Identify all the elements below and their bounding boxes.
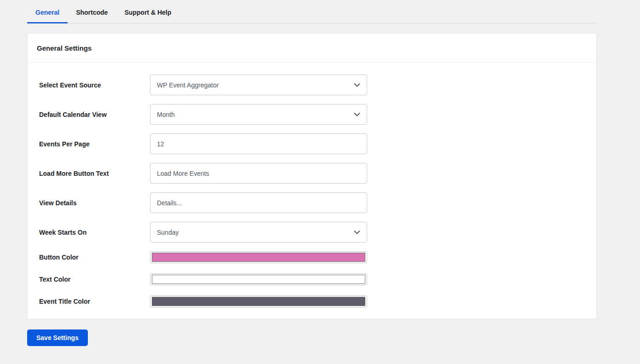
week-starts-on-label: Week Starts On: [39, 229, 150, 236]
field-row-text-color: Text Color: [39, 273, 585, 285]
card-title: General Settings: [28, 34, 596, 63]
tab-bar: General Shortcode Support & Help: [27, 0, 597, 23]
events-per-page-input[interactable]: [150, 133, 367, 154]
chevron-down-icon: [354, 112, 360, 116]
chevron-down-icon: [354, 83, 360, 87]
events-per-page-label: Events Per Page: [39, 140, 150, 148]
calendar-view-select[interactable]: Month: [150, 104, 367, 125]
field-row-calendar-view: Default Calendar View Month: [39, 104, 585, 125]
field-row-week-starts-on: Week Starts On Sunday: [39, 222, 585, 243]
chevron-down-icon: [354, 230, 360, 234]
save-settings-button[interactable]: Save Settings: [27, 329, 88, 346]
event-title-color-label: Event Title Color: [39, 298, 150, 305]
tab-shortcode[interactable]: Shortcode: [68, 5, 116, 23]
event-source-select[interactable]: WP Event Aggregator: [150, 75, 367, 95]
view-details-input[interactable]: [150, 192, 367, 213]
text-color-picker[interactable]: [150, 273, 367, 285]
button-color-picker[interactable]: [150, 251, 367, 263]
general-settings-card: General Settings Select Event Source WP …: [27, 33, 597, 319]
view-details-label: View Details: [39, 199, 150, 207]
calendar-view-label: Default Calendar View: [39, 111, 150, 118]
settings-form: Select Event Source WP Event Aggregator …: [28, 63, 596, 319]
event-source-label: Select Event Source: [39, 81, 150, 89]
load-more-text-input[interactable]: [150, 163, 367, 184]
text-color-swatch: [152, 275, 365, 284]
field-row-event-title-color: Event Title Color: [39, 295, 585, 307]
text-color-label: Text Color: [39, 276, 150, 283]
settings-page: General Shortcode Support & Help General…: [27, 0, 597, 346]
event-title-color-swatch: [152, 297, 365, 306]
button-color-label: Button Color: [39, 254, 150, 261]
week-starts-on-select[interactable]: Sunday: [150, 222, 367, 243]
field-row-event-source: Select Event Source WP Event Aggregator: [39, 75, 585, 95]
tab-general[interactable]: General: [27, 5, 68, 23]
week-starts-on-value: Sunday: [157, 229, 179, 236]
event-title-color-picker[interactable]: [150, 295, 367, 307]
button-color-swatch: [152, 253, 365, 262]
field-row-load-more-text: Load More Button Text: [39, 163, 585, 184]
load-more-text-label: Load More Button Text: [39, 170, 150, 177]
calendar-view-value: Month: [157, 111, 175, 118]
tab-support-help[interactable]: Support & Help: [116, 5, 179, 23]
field-row-view-details: View Details: [39, 192, 585, 213]
event-source-value: WP Event Aggregator: [157, 81, 219, 89]
field-row-events-per-page: Events Per Page: [39, 133, 585, 154]
field-row-button-color: Button Color: [39, 251, 585, 263]
